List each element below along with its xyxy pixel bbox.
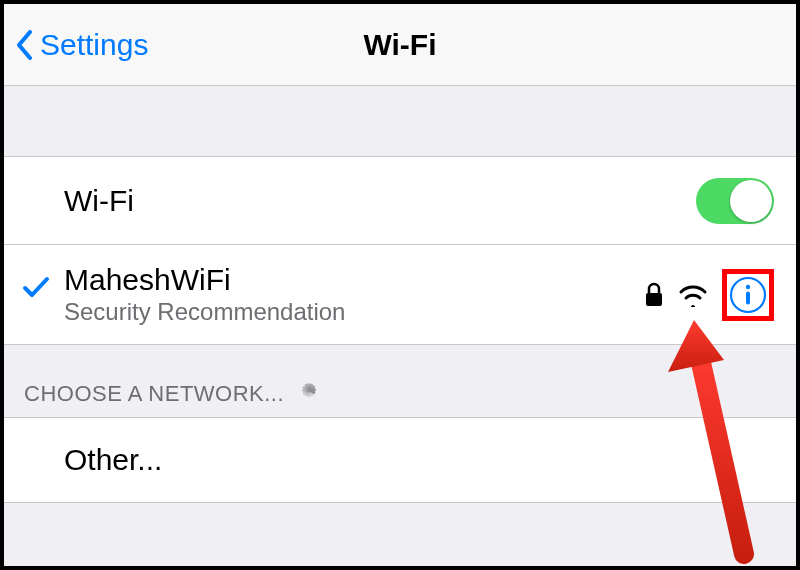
choose-network-header: CHOOSE A NETWORK...	[4, 345, 796, 417]
wifi-signal-icon	[678, 283, 708, 307]
svg-rect-0	[646, 293, 662, 306]
network-subtitle: Security Recommendation	[64, 298, 345, 326]
chevron-left-icon	[16, 30, 34, 60]
toggle-knob	[730, 180, 772, 222]
spinner-icon	[296, 383, 322, 409]
wifi-toggle-row: Wi-Fi	[4, 157, 796, 245]
section-header-label: CHOOSE A NETWORK...	[24, 381, 284, 407]
network-name: MaheshWiFi	[64, 263, 345, 296]
other-label: Other...	[64, 443, 162, 477]
back-button[interactable]: Settings	[4, 28, 148, 62]
connected-network-row[interactable]: MaheshWiFi Security Recommendation	[4, 245, 796, 345]
navbar: Settings Wi-Fi	[4, 4, 796, 86]
lock-icon	[644, 282, 664, 308]
wifi-label: Wi-Fi	[64, 184, 134, 218]
checkmark-icon	[22, 273, 50, 301]
page-title: Wi-Fi	[363, 28, 436, 62]
back-label: Settings	[40, 28, 148, 62]
wifi-toggle[interactable]	[696, 178, 774, 224]
info-icon[interactable]	[729, 276, 767, 314]
other-network-row[interactable]: Other...	[4, 417, 796, 503]
svg-point-2	[746, 284, 750, 288]
info-button-highlight	[722, 269, 774, 321]
svg-rect-3	[746, 291, 750, 304]
